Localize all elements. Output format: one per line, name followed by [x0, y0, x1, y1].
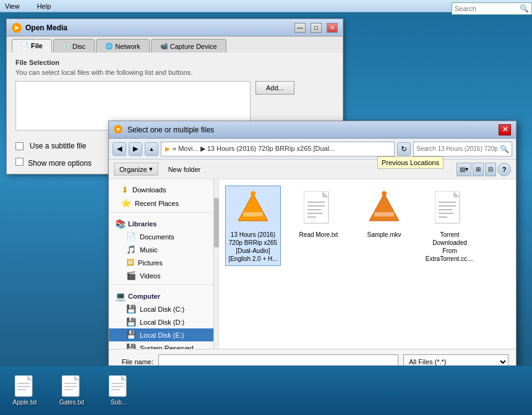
sidebar-item-label: Downloads: [132, 186, 166, 194]
sidebar-item-downloads[interactable]: ⬇ Downloads: [109, 183, 213, 197]
help-button[interactable]: ?: [497, 163, 511, 176]
organize-dropdown-icon: ▾: [149, 165, 153, 173]
doc-file-svg: [304, 191, 333, 226]
sidebar-item-documents[interactable]: 📄 Documents: [109, 230, 213, 243]
refresh-button[interactable]: ↻: [397, 142, 411, 156]
gates-file-icon: [61, 375, 83, 398]
tab-file[interactable]: 📄 File: [12, 39, 52, 53]
sidebar-item-label: Music: [140, 246, 158, 254]
vlc-close-btn[interactable]: ✕: [327, 23, 338, 33]
disk-icon: 💾: [126, 304, 136, 314]
sidebar-scrollbar-thumb[interactable]: [214, 198, 219, 247]
main-content-area: ⬇ Downloads ⭐ Recent Places 📚 Libraries …: [109, 179, 516, 349]
sidebar-item-pictures[interactable]: 🖼 Pictures: [109, 256, 213, 269]
sidebar-scrollbar[interactable]: [214, 179, 219, 349]
vlc-sample-svg: [367, 191, 401, 226]
address-path-text: « Movi... ▶ 13 Hours (2016) 720p BRRip x…: [173, 145, 335, 153]
sidebar-item-label: Local Disk (D:): [140, 319, 184, 326]
new-folder-button[interactable]: New folder: [163, 164, 206, 175]
disk-icon: 💾: [126, 330, 136, 340]
file-name: Sample.mkv: [367, 231, 401, 239]
menu-view[interactable]: View: [2, 1, 22, 11]
tab-network[interactable]: 🌐 Network: [96, 39, 149, 53]
sidebar-item-system-reserved[interactable]: 💾 System Reserved: [109, 341, 213, 349]
file-browser-dialog: ▶ Select one or multiple files ✕ ◀ ▶ ▲ ▶…: [108, 121, 517, 405]
capture-tab-icon: 📹: [160, 43, 168, 49]
desktop-icon-gates[interactable]: Gates.txt: [53, 375, 90, 406]
file-item[interactable]: Read More.txt: [291, 186, 346, 266]
view-tiles-btn[interactable]: ⊟: [485, 163, 496, 176]
svg-rect-2: [243, 212, 263, 216]
search-input[interactable]: [416, 145, 500, 152]
file-dialog-titlebar: ▶ Select one or multiple files ✕: [109, 121, 516, 139]
sidebar-item-local-c[interactable]: 💾 Local Disk (C:): [109, 302, 213, 315]
add-button[interactable]: Add...: [255, 81, 294, 95]
sidebar-item-label: Local Disk (E:): [140, 332, 184, 339]
doc-svg-2: [62, 375, 82, 398]
previous-locations-tooltip: Previous Locations: [377, 156, 444, 169]
file-area: 13 Hours (2016) 720p BRRip x265 [Dual-Au…: [219, 179, 516, 349]
file-grid: 13 Hours (2016) 720p BRRip x265 [Dual-Au…: [225, 186, 510, 266]
view-list-btn[interactable]: ▤▾: [457, 163, 471, 176]
vlc-titlebar: ▶ Open Media — □ ✕: [7, 19, 343, 36]
up-button[interactable]: ▲: [145, 142, 158, 156]
file-icon: [364, 189, 404, 228]
vlc-minimize-btn[interactable]: —: [294, 23, 306, 33]
sidebar-item-label: Videos: [140, 272, 160, 280]
file-name: Torrent Downloaded From ExtraTorrent.cc.…: [425, 231, 474, 263]
svg-rect-13: [374, 212, 394, 216]
sidebar-item-label: Recent Places: [135, 200, 179, 207]
search-icon[interactable]: 🔍: [500, 145, 509, 153]
downloads-icon: ⬇: [121, 185, 129, 195]
sidebar-item-local-d[interactable]: 💾 Local Disk (D:): [109, 315, 213, 328]
tab-capture[interactable]: 📹 Capture Device: [151, 39, 226, 53]
forward-button[interactable]: ▶: [129, 142, 142, 156]
top-search-input[interactable]: [455, 5, 520, 12]
organize-button[interactable]: Organize ▾: [114, 163, 158, 176]
file-dialog-close-btn[interactable]: ✕: [499, 124, 511, 135]
apple-file-icon: [14, 375, 36, 398]
file-item[interactable]: Sample.mkv: [356, 186, 412, 266]
desktop-icon-label: Apple.txt: [13, 399, 37, 406]
sidebar-item-music[interactable]: 🎵 Music: [109, 243, 213, 256]
sidebar-item-recent[interactable]: ⭐ Recent Places: [109, 197, 213, 210]
address-bar: ◀ ▶ ▲ ▶ « Movi... ▶ 13 Hours (2016) 720p…: [109, 139, 516, 160]
show-more-label: Show more options: [28, 159, 92, 168]
file-selection-desc: You can select local files with the foll…: [15, 69, 334, 76]
doc-svg: [15, 375, 35, 398]
recent-places-icon: ⭐: [121, 199, 131, 208]
svg-marker-11: [369, 194, 399, 221]
menu-help[interactable]: Help: [35, 1, 54, 11]
vlc-tabs: 📄 File 💿 Disc 🌐 Network 📹 Capture Device: [7, 36, 343, 53]
sub-file-icon: [108, 375, 130, 398]
desktop-icon-apple[interactable]: Apple.txt: [6, 375, 43, 406]
vlc-dialog-title: Open Media: [25, 24, 290, 32]
desktop-icon-sub[interactable]: Sub...: [100, 375, 137, 406]
top-search-box[interactable]: 🔍: [452, 2, 532, 15]
file-name: 13 Hours (2016) 720p BRRip x265 [Dual-Au…: [228, 231, 278, 263]
svg-point-14: [382, 191, 387, 196]
search-box[interactable]: 🔍: [413, 142, 512, 156]
toolbar-row: Organize ▾ New folder ▤▾ ⊞ ⊟ ?: [109, 160, 516, 179]
videos-icon: 🎬: [126, 271, 136, 280]
sidebar-item-label: Documents: [140, 233, 174, 241]
vlc-maximize-btn[interactable]: □: [311, 23, 322, 33]
desktop-icons-bar: Apple.txt Gates.txt Sub...: [0, 366, 532, 415]
address-path[interactable]: ▶ « Movi... ▶ 13 Hours (2016) 720p BRRip…: [161, 142, 395, 156]
svg-point-3: [251, 191, 255, 196]
libraries-icon: 📚: [115, 219, 126, 229]
file-item[interactable]: Torrent Downloaded From ExtraTorrent.cc.…: [422, 186, 478, 266]
file-dialog-title: Select one or multiple files: [127, 126, 495, 134]
sidebar-item-videos[interactable]: 🎬 Videos: [109, 269, 213, 282]
file-item[interactable]: 13 Hours (2016) 720p BRRip x265 [Dual-Au…: [225, 186, 281, 266]
tab-disc[interactable]: 💿 Disc: [53, 39, 95, 53]
file-name: Read More.txt: [299, 231, 338, 239]
subtitle-checkbox[interactable]: [15, 142, 24, 150]
view-details-btn[interactable]: ⊞: [473, 163, 484, 176]
vlc-file-svg: [236, 191, 270, 226]
back-button[interactable]: ◀: [113, 142, 126, 156]
sidebar-divider-1: [109, 212, 213, 213]
sidebar-item-local-e[interactable]: 💾 Local Disk (E:): [109, 328, 213, 341]
show-more-checkbox[interactable]: [15, 158, 24, 166]
network-tab-icon: 🌐: [105, 43, 113, 49]
